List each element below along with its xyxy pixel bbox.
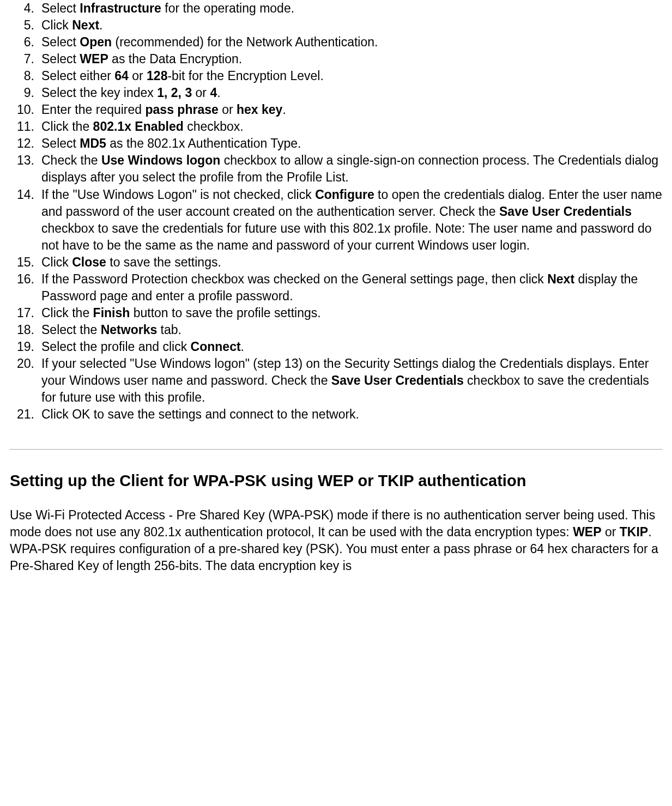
instruction-step: Select either 64 or 128-bit for the Encr…: [10, 68, 662, 84]
step-bold: Next: [72, 18, 99, 32]
step-text: for the operating mode.: [161, 1, 294, 15]
step-text: .: [282, 102, 286, 117]
step-text: Select the: [41, 323, 101, 337]
step-text: checkbox to save the credentials for fut…: [41, 221, 652, 252]
step-bold: 4: [210, 86, 217, 100]
instruction-step: Select the Networks tab.: [10, 322, 662, 338]
step-text: Click: [41, 18, 72, 32]
step-text: as the Data Encryption.: [108, 52, 242, 66]
instruction-step: Select the profile and click Connect.: [10, 338, 662, 355]
step-text: checkbox.: [184, 119, 244, 134]
intro-text: Use Wi-Fi Protected Access - Pre Shared …: [10, 508, 655, 539]
step-text: Click the: [41, 306, 93, 320]
step-bold: 1, 2, 3: [157, 86, 192, 100]
step-text: Select: [41, 136, 80, 150]
step-bold: 128: [147, 69, 167, 83]
instruction-step: Select WEP as the Data Encryption.: [10, 51, 662, 68]
step-text: tab.: [157, 323, 181, 337]
instruction-step: Check the Use Windows logon checkbox to …: [10, 152, 662, 186]
step-text: (recommended) for the Network Authentica…: [112, 35, 378, 49]
instruction-step: Click the 802.1x Enabled checkbox.: [10, 118, 662, 135]
step-text: Enter the required: [41, 102, 146, 117]
section-divider: [10, 449, 662, 450]
step-text: or: [219, 102, 237, 117]
step-text: .: [241, 340, 244, 354]
step-bold: Next: [547, 272, 574, 286]
instruction-step: Select Infrastructure for the operating …: [10, 0, 662, 17]
step-bold: pass phrase: [146, 102, 219, 117]
step-bold: Open: [80, 35, 112, 49]
step-text: Check the: [41, 153, 101, 167]
instruction-step: Enter the required pass phrase or hex ke…: [10, 101, 662, 118]
instruction-step: If your selected "Use Windows logon" (st…: [10, 355, 662, 406]
instruction-step: Click Close to save the settings.: [10, 254, 662, 271]
step-text: or: [129, 69, 147, 83]
step-bold: 64: [114, 69, 129, 83]
step-bold: WEP: [80, 52, 108, 66]
intro-bold-tkip: TKIP: [620, 525, 648, 539]
step-bold: 802.1x Enabled: [93, 119, 184, 134]
step-text: Select: [41, 1, 80, 15]
intro-bold-wep: WEP: [573, 525, 601, 539]
step-text: Select: [41, 52, 80, 66]
step-text: -bit for the Encryption Level.: [167, 69, 323, 83]
instruction-list: Select Infrastructure for the operating …: [10, 0, 662, 423]
step-text: Click: [41, 255, 72, 269]
step-bold: Finish: [93, 306, 130, 320]
step-text: Select: [41, 35, 80, 49]
instruction-step: Select the key index 1, 2, 3 or 4.: [10, 84, 662, 101]
step-text: If the Password Protection checkbox was …: [41, 272, 547, 286]
step-text: Click the: [41, 119, 93, 134]
instruction-step: Select Open (recommended) for the Networ…: [10, 34, 662, 51]
step-bold: Infrastructure: [80, 1, 161, 15]
step-text: Select the key index: [41, 86, 157, 100]
step-bold: Configure: [315, 187, 374, 202]
instruction-step: Select MD5 as the 802.1x Authentication …: [10, 135, 662, 152]
intro-text: or: [602, 525, 620, 539]
instruction-step: Click Next.: [10, 17, 662, 34]
step-text: to save the settings.: [106, 255, 221, 269]
step-bold: Use Windows logon: [101, 153, 220, 167]
step-text: If the "Use Windows Logon" is not checke…: [41, 187, 315, 202]
step-text: .: [99, 18, 102, 32]
step-text: or: [192, 86, 210, 100]
step-text: Select either: [41, 69, 114, 83]
step-bold: Save User Credentials: [331, 373, 464, 387]
intro-paragraph: Use Wi-Fi Protected Access - Pre Shared …: [10, 507, 662, 574]
instruction-step: Click OK to save the settings and connec…: [10, 406, 662, 423]
section-heading: Setting up the Client for WPA-PSK using …: [10, 470, 662, 492]
step-bold: Close: [72, 255, 106, 269]
step-text: .: [217, 86, 220, 100]
step-bold: MD5: [80, 136, 106, 150]
step-text: Select the profile and click: [41, 340, 191, 354]
step-bold: Networks: [101, 323, 158, 337]
step-text: button to save the profile settings.: [130, 306, 320, 320]
step-bold: Connect: [191, 340, 241, 354]
instruction-step: If the Password Protection checkbox was …: [10, 271, 662, 305]
step-text: Click OK to save the settings and connec…: [41, 407, 359, 421]
step-bold: Save User Credentials: [499, 204, 632, 219]
instruction-step: If the "Use Windows Logon" is not checke…: [10, 186, 662, 254]
step-bold: hex key: [237, 102, 282, 117]
instruction-step: Click the Finish button to save the prof…: [10, 305, 662, 322]
step-text: as the 802.1x Authentication Type.: [106, 136, 301, 150]
